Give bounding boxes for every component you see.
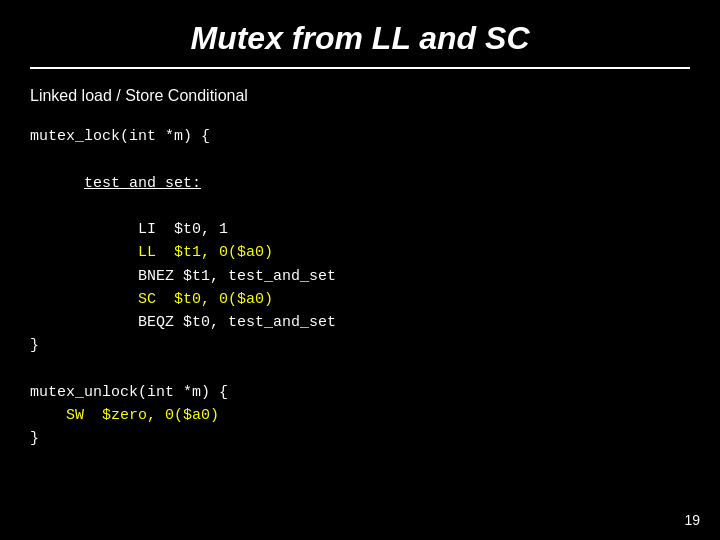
subtitle: Linked load / Store Conditional	[30, 87, 690, 105]
line-sw: SW $zero, 0($a0)	[30, 404, 690, 427]
mutex-lock-signature: mutex_lock(int *m) {	[30, 125, 690, 148]
title-section: Mutex from LL and SC	[30, 20, 690, 69]
close-brace-2: }	[30, 427, 690, 450]
blank-line	[30, 358, 690, 381]
slide-number: 19	[684, 512, 700, 528]
line-bnez: BNEZ $t1, test_and_set	[30, 265, 690, 288]
label-test-and-set: test_and_set:	[30, 148, 690, 218]
close-brace-1: }	[30, 334, 690, 357]
slide-title: Mutex from LL and SC	[191, 20, 530, 56]
slide-container: Mutex from LL and SC Linked load / Store…	[0, 0, 720, 540]
line-beqz: BEQZ $t0, test_and_set	[30, 311, 690, 334]
line-ll: LL $t1, 0($a0)	[30, 241, 690, 264]
code-section: mutex_lock(int *m) { test_and_set: LI $t…	[30, 125, 690, 451]
line-li: LI $t0, 1	[30, 218, 690, 241]
line-sc: SC $t0, 0($a0)	[30, 288, 690, 311]
mutex-unlock-signature: mutex_unlock(int *m) {	[30, 381, 690, 404]
